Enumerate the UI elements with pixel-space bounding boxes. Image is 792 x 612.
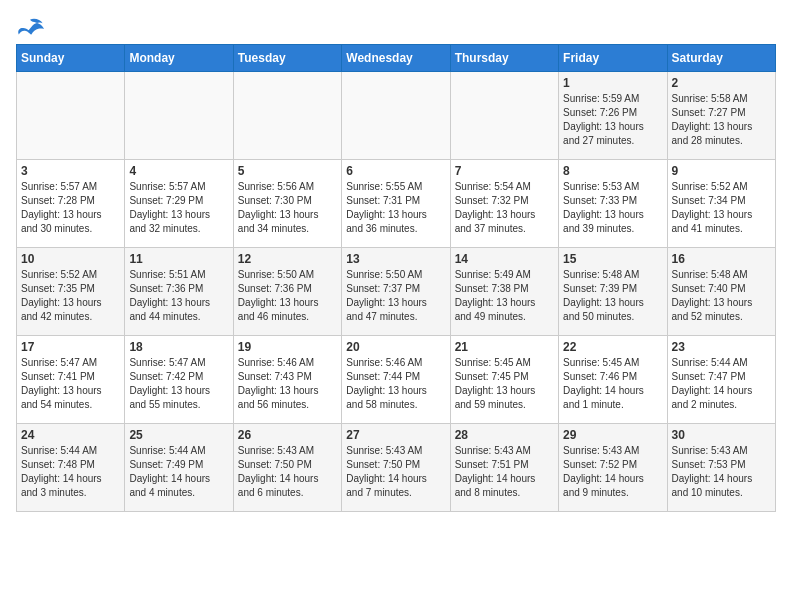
calendar-table: SundayMondayTuesdayWednesdayThursdayFrid…	[16, 44, 776, 512]
day-number: 27	[346, 428, 445, 442]
calendar-cell: 19Sunrise: 5:46 AM Sunset: 7:43 PM Dayli…	[233, 336, 341, 424]
day-info: Sunrise: 5:43 AM Sunset: 7:53 PM Dayligh…	[672, 444, 771, 500]
logo	[16, 16, 48, 36]
calendar-cell: 12Sunrise: 5:50 AM Sunset: 7:36 PM Dayli…	[233, 248, 341, 336]
header-sunday: Sunday	[17, 45, 125, 72]
calendar-cell	[233, 72, 341, 160]
day-number: 28	[455, 428, 554, 442]
day-number: 18	[129, 340, 228, 354]
calendar-cell: 5Sunrise: 5:56 AM Sunset: 7:30 PM Daylig…	[233, 160, 341, 248]
day-info: Sunrise: 5:55 AM Sunset: 7:31 PM Dayligh…	[346, 180, 445, 236]
calendar-header-row: SundayMondayTuesdayWednesdayThursdayFrid…	[17, 45, 776, 72]
calendar-cell: 1Sunrise: 5:59 AM Sunset: 7:26 PM Daylig…	[559, 72, 667, 160]
day-info: Sunrise: 5:47 AM Sunset: 7:42 PM Dayligh…	[129, 356, 228, 412]
day-info: Sunrise: 5:58 AM Sunset: 7:27 PM Dayligh…	[672, 92, 771, 148]
day-number: 4	[129, 164, 228, 178]
day-number: 13	[346, 252, 445, 266]
day-number: 29	[563, 428, 662, 442]
day-number: 19	[238, 340, 337, 354]
calendar-cell: 25Sunrise: 5:44 AM Sunset: 7:49 PM Dayli…	[125, 424, 233, 512]
calendar-cell: 15Sunrise: 5:48 AM Sunset: 7:39 PM Dayli…	[559, 248, 667, 336]
header-monday: Monday	[125, 45, 233, 72]
calendar-cell: 28Sunrise: 5:43 AM Sunset: 7:51 PM Dayli…	[450, 424, 558, 512]
day-number: 17	[21, 340, 120, 354]
calendar-cell: 22Sunrise: 5:45 AM Sunset: 7:46 PM Dayli…	[559, 336, 667, 424]
day-number: 22	[563, 340, 662, 354]
header	[16, 16, 776, 36]
calendar-week-3: 10Sunrise: 5:52 AM Sunset: 7:35 PM Dayli…	[17, 248, 776, 336]
calendar-cell	[125, 72, 233, 160]
day-number: 24	[21, 428, 120, 442]
calendar-cell: 17Sunrise: 5:47 AM Sunset: 7:41 PM Dayli…	[17, 336, 125, 424]
day-info: Sunrise: 5:43 AM Sunset: 7:50 PM Dayligh…	[346, 444, 445, 500]
calendar-cell: 13Sunrise: 5:50 AM Sunset: 7:37 PM Dayli…	[342, 248, 450, 336]
calendar-cell	[17, 72, 125, 160]
day-number: 30	[672, 428, 771, 442]
day-info: Sunrise: 5:49 AM Sunset: 7:38 PM Dayligh…	[455, 268, 554, 324]
day-info: Sunrise: 5:43 AM Sunset: 7:51 PM Dayligh…	[455, 444, 554, 500]
calendar-week-1: 1Sunrise: 5:59 AM Sunset: 7:26 PM Daylig…	[17, 72, 776, 160]
calendar-week-2: 3Sunrise: 5:57 AM Sunset: 7:28 PM Daylig…	[17, 160, 776, 248]
calendar-cell: 16Sunrise: 5:48 AM Sunset: 7:40 PM Dayli…	[667, 248, 775, 336]
day-info: Sunrise: 5:52 AM Sunset: 7:34 PM Dayligh…	[672, 180, 771, 236]
day-info: Sunrise: 5:50 AM Sunset: 7:36 PM Dayligh…	[238, 268, 337, 324]
day-info: Sunrise: 5:59 AM Sunset: 7:26 PM Dayligh…	[563, 92, 662, 148]
calendar-cell: 4Sunrise: 5:57 AM Sunset: 7:29 PM Daylig…	[125, 160, 233, 248]
day-info: Sunrise: 5:43 AM Sunset: 7:52 PM Dayligh…	[563, 444, 662, 500]
day-number: 3	[21, 164, 120, 178]
calendar-cell: 21Sunrise: 5:45 AM Sunset: 7:45 PM Dayli…	[450, 336, 558, 424]
day-number: 21	[455, 340, 554, 354]
calendar-week-5: 24Sunrise: 5:44 AM Sunset: 7:48 PM Dayli…	[17, 424, 776, 512]
calendar-cell: 30Sunrise: 5:43 AM Sunset: 7:53 PM Dayli…	[667, 424, 775, 512]
day-number: 2	[672, 76, 771, 90]
day-number: 8	[563, 164, 662, 178]
header-friday: Friday	[559, 45, 667, 72]
calendar-cell	[342, 72, 450, 160]
day-info: Sunrise: 5:51 AM Sunset: 7:36 PM Dayligh…	[129, 268, 228, 324]
day-number: 6	[346, 164, 445, 178]
day-info: Sunrise: 5:47 AM Sunset: 7:41 PM Dayligh…	[21, 356, 120, 412]
day-number: 7	[455, 164, 554, 178]
day-number: 15	[563, 252, 662, 266]
day-info: Sunrise: 5:57 AM Sunset: 7:28 PM Dayligh…	[21, 180, 120, 236]
calendar-cell: 29Sunrise: 5:43 AM Sunset: 7:52 PM Dayli…	[559, 424, 667, 512]
day-number: 26	[238, 428, 337, 442]
calendar-cell: 7Sunrise: 5:54 AM Sunset: 7:32 PM Daylig…	[450, 160, 558, 248]
header-wednesday: Wednesday	[342, 45, 450, 72]
day-info: Sunrise: 5:44 AM Sunset: 7:48 PM Dayligh…	[21, 444, 120, 500]
day-info: Sunrise: 5:46 AM Sunset: 7:43 PM Dayligh…	[238, 356, 337, 412]
header-thursday: Thursday	[450, 45, 558, 72]
day-info: Sunrise: 5:44 AM Sunset: 7:47 PM Dayligh…	[672, 356, 771, 412]
calendar-cell: 26Sunrise: 5:43 AM Sunset: 7:50 PM Dayli…	[233, 424, 341, 512]
day-info: Sunrise: 5:52 AM Sunset: 7:35 PM Dayligh…	[21, 268, 120, 324]
calendar-cell: 3Sunrise: 5:57 AM Sunset: 7:28 PM Daylig…	[17, 160, 125, 248]
day-number: 9	[672, 164, 771, 178]
calendar-cell: 10Sunrise: 5:52 AM Sunset: 7:35 PM Dayli…	[17, 248, 125, 336]
calendar-cell	[450, 72, 558, 160]
day-info: Sunrise: 5:54 AM Sunset: 7:32 PM Dayligh…	[455, 180, 554, 236]
calendar-cell: 11Sunrise: 5:51 AM Sunset: 7:36 PM Dayli…	[125, 248, 233, 336]
header-saturday: Saturday	[667, 45, 775, 72]
day-number: 5	[238, 164, 337, 178]
day-number: 20	[346, 340, 445, 354]
day-info: Sunrise: 5:53 AM Sunset: 7:33 PM Dayligh…	[563, 180, 662, 236]
calendar-cell: 20Sunrise: 5:46 AM Sunset: 7:44 PM Dayli…	[342, 336, 450, 424]
header-tuesday: Tuesday	[233, 45, 341, 72]
calendar-week-4: 17Sunrise: 5:47 AM Sunset: 7:41 PM Dayli…	[17, 336, 776, 424]
day-number: 10	[21, 252, 120, 266]
calendar-cell: 23Sunrise: 5:44 AM Sunset: 7:47 PM Dayli…	[667, 336, 775, 424]
calendar-cell: 2Sunrise: 5:58 AM Sunset: 7:27 PM Daylig…	[667, 72, 775, 160]
day-info: Sunrise: 5:45 AM Sunset: 7:46 PM Dayligh…	[563, 356, 662, 412]
calendar-cell: 14Sunrise: 5:49 AM Sunset: 7:38 PM Dayli…	[450, 248, 558, 336]
day-number: 11	[129, 252, 228, 266]
logo-bird-icon	[16, 16, 44, 36]
day-info: Sunrise: 5:44 AM Sunset: 7:49 PM Dayligh…	[129, 444, 228, 500]
day-number: 23	[672, 340, 771, 354]
calendar-cell: 8Sunrise: 5:53 AM Sunset: 7:33 PM Daylig…	[559, 160, 667, 248]
day-info: Sunrise: 5:50 AM Sunset: 7:37 PM Dayligh…	[346, 268, 445, 324]
day-info: Sunrise: 5:46 AM Sunset: 7:44 PM Dayligh…	[346, 356, 445, 412]
day-number: 25	[129, 428, 228, 442]
calendar-cell: 9Sunrise: 5:52 AM Sunset: 7:34 PM Daylig…	[667, 160, 775, 248]
day-number: 16	[672, 252, 771, 266]
day-info: Sunrise: 5:43 AM Sunset: 7:50 PM Dayligh…	[238, 444, 337, 500]
